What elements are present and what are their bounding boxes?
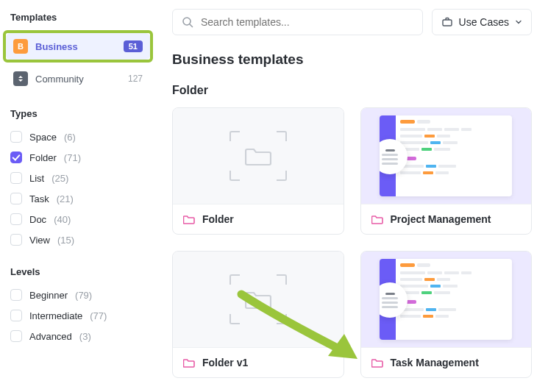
- checkbox-icon: [10, 234, 22, 246]
- filter-level-intermediate[interactable]: Intermediate (77): [6, 305, 150, 326]
- filter-level-beginner[interactable]: Beginner (79): [6, 285, 150, 305]
- sidebar-item-business[interactable]: B Business 51: [6, 33, 150, 60]
- checkbox-icon: [10, 289, 22, 301]
- filter-count: (25): [51, 173, 68, 184]
- filter-type-view[interactable]: View (15): [6, 229, 150, 250]
- sidebar-item-label: Community: [35, 74, 84, 85]
- folder-icon: [371, 213, 383, 225]
- card-label: Folder: [202, 213, 234, 225]
- filter-count: (79): [75, 290, 92, 301]
- sidebar-item-label: Business: [35, 41, 78, 52]
- topbar: Use Cases: [172, 9, 532, 35]
- template-grid: Folder: [172, 107, 532, 378]
- search-icon: [182, 16, 193, 28]
- sidebar-heading-templates: Templates: [6, 9, 150, 30]
- filter-label: Doc: [29, 214, 46, 225]
- card-label: Folder v1: [202, 357, 248, 368]
- card-thumbnail: [173, 108, 344, 204]
- template-card-task-management[interactable]: Task Management: [360, 251, 533, 378]
- svg-line-1: [190, 24, 193, 27]
- filter-type-list[interactable]: List (25): [6, 168, 150, 188]
- filter-label: View: [29, 235, 50, 246]
- filter-count: (3): [79, 331, 91, 342]
- use-cases-label: Use Cases: [459, 16, 509, 28]
- svg-rect-2: [443, 20, 452, 26]
- briefcase-icon: [441, 16, 453, 28]
- filter-count: (71): [64, 152, 81, 163]
- card-label-row: Task Management: [361, 347, 532, 377]
- sidebar-heading-types: Types: [6, 105, 150, 126]
- filter-type-space[interactable]: Space (6): [6, 126, 150, 147]
- sidebar-heading-levels: Levels: [6, 263, 150, 285]
- main-content: Use Cases Business templates Folder Fold…: [156, 0, 548, 392]
- checkbox-icon: [10, 193, 22, 204]
- card-thumbnail: [361, 108, 532, 204]
- card-label-row: Folder v1: [173, 347, 344, 377]
- use-cases-dropdown[interactable]: Use Cases: [432, 9, 532, 35]
- checkbox-icon: [10, 330, 22, 342]
- folder-icon: [371, 357, 383, 368]
- filter-type-task[interactable]: Task (21): [6, 188, 150, 209]
- template-card-project-management[interactable]: Project Management: [360, 107, 533, 235]
- card-label-row: Folder: [173, 204, 344, 234]
- filter-label: List: [29, 173, 44, 184]
- checkbox-icon: [10, 172, 22, 184]
- sidebar-item-community[interactable]: Community 127: [6, 65, 150, 92]
- placeholder-folder-icon: [229, 131, 287, 181]
- placeholder-folder-icon: [229, 274, 287, 324]
- card-label-row: Project Management: [361, 204, 532, 234]
- chevron-down-icon: [515, 18, 522, 26]
- card-thumbnail: [173, 252, 344, 347]
- filter-count: (77): [90, 310, 107, 321]
- page-title: Business templates: [172, 51, 532, 68]
- filter-level-advanced[interactable]: Advanced (3): [6, 326, 150, 346]
- filter-label: Space: [29, 132, 57, 143]
- search-input[interactable]: [201, 16, 413, 28]
- mock-screenshot: [380, 115, 512, 196]
- checkbox-icon: [10, 131, 22, 143]
- filter-count: (40): [54, 214, 71, 225]
- filter-count: (15): [57, 235, 74, 246]
- highlight-annotation: B Business 51: [3, 30, 153, 63]
- filter-type-doc[interactable]: Doc (40): [6, 209, 150, 229]
- filter-count: (21): [57, 193, 74, 204]
- card-label: Task Management: [391, 357, 479, 368]
- filter-label: Advanced: [29, 331, 72, 342]
- search-input-wrapper[interactable]: [172, 9, 423, 35]
- card-thumbnail: [361, 252, 532, 347]
- sidebar: Templates B Business 51 Community 127 Ty…: [0, 0, 156, 392]
- filter-label: Beginner: [29, 290, 68, 301]
- section-title: Folder: [172, 84, 532, 97]
- folder-icon: [183, 357, 195, 368]
- folder-icon: [183, 213, 195, 225]
- checkbox-checked-icon: [10, 152, 22, 163]
- sidebar-item-count: 127: [128, 74, 143, 84]
- community-sort-icon: [13, 71, 28, 86]
- filter-label: Folder: [29, 152, 57, 163]
- filter-label: Task: [29, 193, 49, 204]
- template-card-folder-v1[interactable]: Folder v1: [172, 251, 344, 378]
- mock-screenshot: [380, 259, 512, 340]
- sidebar-item-count-badge: 51: [124, 40, 143, 52]
- template-card-folder[interactable]: Folder: [172, 107, 344, 235]
- filter-label: Intermediate: [29, 310, 82, 321]
- checkbox-icon: [10, 213, 22, 225]
- filter-type-folder[interactable]: Folder (71): [6, 147, 150, 168]
- filter-count: (6): [64, 132, 76, 143]
- card-label: Project Management: [391, 213, 491, 225]
- business-letter-icon: B: [13, 39, 28, 54]
- checkbox-icon: [10, 310, 22, 321]
